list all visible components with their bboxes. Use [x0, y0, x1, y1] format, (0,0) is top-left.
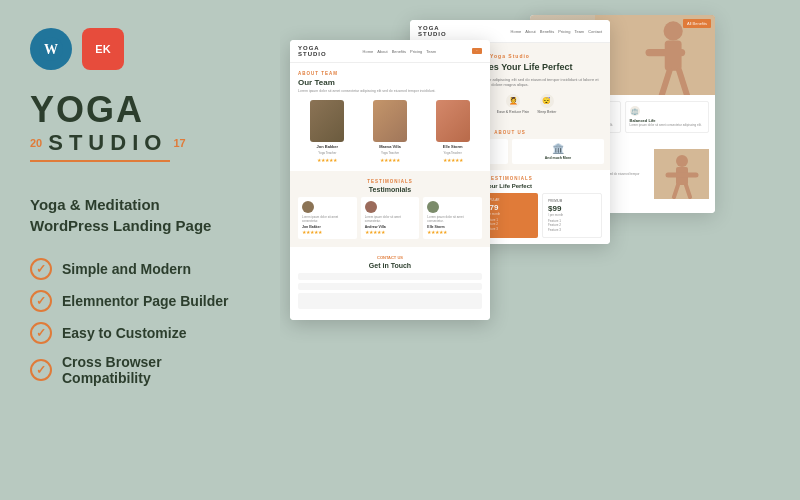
- feature-item-3: ✓ Easy to Customize: [30, 322, 250, 344]
- check-icon-3: ✓: [30, 322, 52, 344]
- sc-avatar-role-2: Yoga Teacher: [381, 151, 399, 155]
- check-icon-4: ✓: [30, 359, 52, 381]
- feature-text-2: Elemnentor Page Builder: [62, 293, 228, 309]
- sc-stars-1: ★★★★★: [317, 157, 337, 163]
- sc-avatar-role-1: Yoga Teacher: [318, 151, 336, 155]
- svg-point-3: [663, 21, 682, 40]
- sc-team-row: Jon Bakker Yoga Teacher ★★★★★ Maeva Vill…: [298, 100, 482, 163]
- sc-test-card-2: Lorem ipsum dolor sit amet consectetur. …: [361, 197, 420, 239]
- sc-test-avatar-2: [365, 201, 377, 213]
- sc-avatar-2: [373, 100, 407, 142]
- sc-front-logo: YOGASTUDIO: [298, 45, 327, 57]
- sc-team-section: ABOUT TEAM Our Team Lorem ipsum dolor si…: [290, 63, 490, 171]
- sc-testimonials-section: TESTIMONIALS Testimonials Lorem ipsum do…: [290, 171, 490, 247]
- feature-text-1: Simple and Modern: [62, 261, 191, 277]
- sc-test-card-1: Lorem ipsum dolor sit amet consectetur. …: [298, 197, 357, 239]
- sc-contact-title: Get in Touch: [298, 262, 482, 269]
- sc-avatar-1: [310, 100, 344, 142]
- sc-contact-section: CONTACT US Get in Touch: [290, 247, 490, 320]
- sc-avatar-3: [436, 100, 470, 142]
- logo-yoga: YOGA: [30, 92, 250, 128]
- feature-item-1: ✓ Simple and Modern: [30, 258, 250, 280]
- sc-test-label: TESTIMONIALS: [298, 179, 482, 184]
- features-list: ✓ Simple and Modern ✓ Elemnentor Page Bu…: [30, 258, 250, 386]
- sc-mid-icon-3: 😴 Sleep Better: [537, 94, 556, 114]
- sc-avatar-role-3: Yoga Teacher: [444, 151, 462, 155]
- sc-mid-feat-2: 🏛️ And much More: [512, 139, 604, 164]
- logo-section: YOGA 20 STUDIO 17: [30, 92, 250, 176]
- check-icon-1: ✓: [30, 258, 52, 280]
- sc-contact-label: CONTACT US: [298, 255, 482, 260]
- sc-test-card-3: Lorem ipsum dolor sit amet consectetur. …: [423, 197, 482, 239]
- feature-item-4: ✓ Cross Browser Compatibility: [30, 354, 250, 386]
- sc-mid-nav-links: Home About Benefits Pricing Team Contact: [511, 29, 602, 34]
- svg-text:W: W: [44, 42, 58, 57]
- sc-avatar-name-3: Elle Storm: [443, 144, 463, 149]
- sc-form-field-3: [298, 293, 482, 309]
- sc-stars-2: ★★★★★: [380, 157, 400, 163]
- feature-text-3: Easy to Customize: [62, 325, 186, 341]
- logo-year-right: 17: [173, 137, 185, 149]
- logo-year-left: 20: [30, 137, 42, 149]
- sc-avatar-name-1: Jon Bakker: [317, 144, 339, 149]
- sc-stars-3: ★★★★★: [443, 157, 463, 163]
- sc-team-label: ABOUT TEAM: [298, 71, 482, 76]
- sc-back-feat-icon-2: ⚖️: [630, 106, 640, 116]
- tagline: Yoga & MeditationWordPress Landing Page: [30, 194, 250, 236]
- sc-test-title: Testimonials: [298, 186, 482, 193]
- sc-mid-icon-2: 💆 Ease & Reduce Pain: [497, 94, 529, 114]
- sc-avatar-name-2: Maeva Villa: [379, 144, 401, 149]
- sc-right-img: [654, 149, 709, 199]
- logo-studio: STUDIO: [48, 130, 167, 156]
- svg-point-9: [676, 155, 688, 167]
- sc-team-card-1: Jon Bakker Yoga Teacher ★★★★★: [298, 100, 357, 163]
- sc-team-card-3: Elle Storm Yoga Teacher ★★★★★: [423, 100, 482, 163]
- sc-form-field-2: [298, 283, 482, 290]
- sc-back-feat-card-2: ⚖️ Balanced Life Lorem ipsum dolor sit a…: [625, 101, 710, 133]
- elementor-icon: EK: [82, 28, 124, 70]
- feature-text-4: Cross Browser Compatibility: [62, 354, 250, 386]
- left-panel: W EK YOGA 20 STUDIO 17 Yoga & Meditation…: [0, 0, 280, 500]
- right-panel: YOGASTUDIO Home About Benefits Pricing T…: [280, 0, 800, 500]
- wordpress-icon: W: [30, 28, 72, 70]
- sc-front-nav-links: Home About Benefits Pricing Team: [363, 49, 437, 54]
- check-icon-2: ✓: [30, 290, 52, 312]
- sc-team-sub: Lorem ipsum dolor sit amet consectetur a…: [298, 89, 482, 94]
- brand-icons: W EK: [30, 28, 250, 70]
- sc-form-field-1: [298, 273, 482, 280]
- sc-team-card-2: Maeva Villa Yoga Teacher ★★★★★: [361, 100, 420, 163]
- sc-team-title: Our Team: [298, 78, 482, 87]
- preview-container: YOGASTUDIO Home About Benefits Pricing T…: [280, 10, 800, 500]
- sc-test-avatar-3: [427, 201, 439, 213]
- sc-mid-logo: YOGASTUDIO: [418, 25, 447, 37]
- logo-divider: [30, 160, 170, 162]
- feature-item-2: ✓ Elemnentor Page Builder: [30, 290, 250, 312]
- screenshot-front: YOGASTUDIO Home About Benefits Pricing T…: [290, 40, 490, 320]
- sc-test-row: Lorem ipsum dolor sit amet consectetur. …: [298, 197, 482, 239]
- sc-test-avatar-1: [302, 201, 314, 213]
- sc-front-nav: YOGASTUDIO Home About Benefits Pricing T…: [290, 40, 490, 63]
- logo-studio-row: 20 STUDIO 17: [30, 130, 250, 156]
